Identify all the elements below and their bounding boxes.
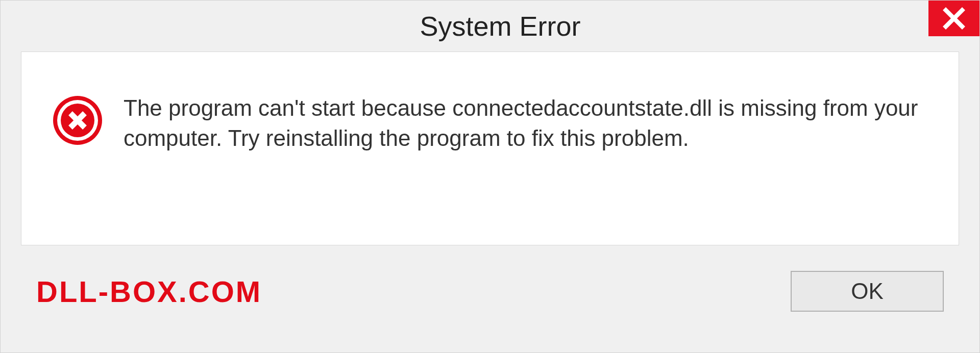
ok-button[interactable]: OK	[791, 271, 944, 312]
ok-button-label: OK	[851, 279, 884, 304]
dialog-content: The program can't start because connecte…	[21, 52, 959, 245]
error-message: The program can't start because connecte…	[124, 93, 928, 154]
brand-watermark: DLL-BOX.COM	[36, 274, 262, 309]
dialog-footer: DLL-BOX.COM OK	[1, 245, 979, 337]
close-icon	[942, 6, 966, 31]
error-icon	[52, 95, 103, 146]
dialog-title: System Error	[420, 10, 580, 42]
close-button[interactable]	[928, 1, 979, 36]
dialog-titlebar: System Error	[1, 1, 979, 52]
